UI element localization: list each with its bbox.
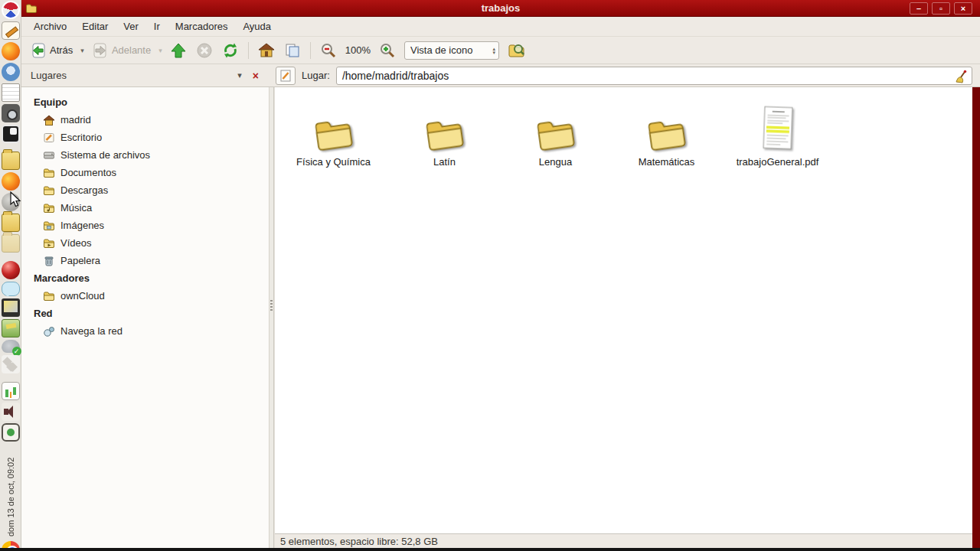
file-item-latin[interactable]: Latín: [389, 104, 500, 168]
location-input[interactable]: /home/madrid/trabajos: [336, 67, 972, 85]
owncloud-sync-icon[interactable]: [2, 340, 20, 353]
menubar: Archivo Editar Ver Ir Marcadores Ayuda: [21, 17, 980, 37]
computer-icon: [284, 42, 301, 59]
computer-button[interactable]: [280, 40, 305, 61]
up-button[interactable]: [166, 40, 191, 61]
sidebar-section-marcadores: Marcadores: [21, 269, 269, 287]
toolbar: Atrás ▾ Adelante ▾: [21, 37, 980, 64]
maximize-button[interactable]: ▫: [932, 2, 950, 15]
forward-button[interactable]: Adelante: [88, 40, 155, 61]
file-manager-icon[interactable]: [2, 214, 20, 232]
globe-icon[interactable]: [2, 193, 20, 211]
menu-ir[interactable]: Ir: [148, 18, 166, 34]
folder-icon: [423, 116, 467, 155]
folder-icon[interactable]: [2, 152, 20, 170]
menu-ver[interactable]: Ver: [117, 18, 145, 34]
sidebar-item-label: Vídeos: [60, 237, 91, 249]
menu-editar[interactable]: Editar: [76, 18, 114, 34]
places-sidebar: Equipo madrid Escritorio: [21, 87, 270, 548]
broom-icon[interactable]: [953, 69, 969, 84]
file-grid: Física y Química Latín: [275, 87, 972, 533]
view-mode-value: Vista de icono: [410, 44, 472, 56]
sidebar-item-documentos[interactable]: Documentos: [21, 164, 269, 181]
find-files-button[interactable]: [504, 40, 530, 61]
folder-icon: [43, 185, 55, 196]
back-history-chevron-icon[interactable]: ▾: [78, 47, 87, 54]
places-header: Lugares ▾ ×: [21, 70, 270, 82]
zoom-level: 100%: [342, 44, 374, 56]
sidebar-item-sistema-de-archivos[interactable]: Sistema de archivos: [21, 146, 269, 164]
file-item-lengua[interactable]: Lengua: [500, 104, 611, 168]
sidebar-item-escritorio[interactable]: Escritorio: [21, 129, 269, 146]
display-icon[interactable]: [2, 298, 20, 317]
desktop-icon: [43, 132, 55, 144]
sidebar-item-label: Sistema de archivos: [60, 149, 150, 161]
distributor-logo-icon[interactable]: [2, 1, 20, 19]
sidebar-item-musica[interactable]: Música: [21, 199, 269, 217]
back-label: Atrás: [50, 44, 73, 56]
find-files-icon: [508, 42, 526, 59]
folder-icon: [645, 116, 689, 155]
file-manager-window: trabajos – ▫ × Archivo Editar Ver Ir Mar…: [21, 0, 980, 548]
file-item-matematicas[interactable]: Matemáticas: [611, 104, 722, 168]
menu-ayuda[interactable]: Ayuda: [237, 18, 277, 34]
close-button[interactable]: ×: [954, 2, 972, 15]
sidebar-item-label: Papelera: [60, 255, 100, 266]
dropbox-icon[interactable]: [2, 355, 20, 373]
titlebar[interactable]: trabajos – ▫ ×: [21, 0, 980, 17]
forward-icon: [92, 42, 109, 59]
sidebar-splitter[interactable]: [270, 87, 274, 548]
file-label: Latín: [433, 156, 456, 168]
refresh-button[interactable]: [218, 40, 243, 61]
location-area: Lugar: /home/madrid/trabajos: [270, 67, 980, 85]
media-app-icon[interactable]: [2, 423, 20, 442]
sidebar-item-imagenes[interactable]: Imágenes: [21, 217, 269, 234]
edit-location-button[interactable]: [276, 67, 296, 85]
filesystem-icon: [43, 149, 55, 161]
stop-button[interactable]: [192, 40, 217, 61]
zoom-out-button[interactable]: [316, 40, 341, 61]
folder-pale-icon[interactable]: [2, 234, 20, 253]
back-button[interactable]: Atrás: [26, 40, 77, 61]
chat-icon[interactable]: [2, 282, 20, 296]
documents-icon[interactable]: [2, 83, 20, 102]
sidebar-item-navega-la-red[interactable]: Navega la red: [21, 322, 269, 340]
sidebar-item-videos[interactable]: Vídeos: [21, 234, 269, 252]
firefox-alt-icon[interactable]: [2, 172, 20, 191]
chromium-icon[interactable]: [2, 63, 20, 81]
sidebar-item-descargas[interactable]: Descargas: [21, 181, 269, 199]
home-button[interactable]: [254, 40, 279, 61]
menu-archivo[interactable]: Archivo: [28, 18, 73, 34]
sidebar-item-madrid[interactable]: madrid: [21, 111, 269, 129]
trash-full-icon[interactable]: [2, 319, 20, 337]
firefox-icon[interactable]: [2, 42, 20, 60]
places-chevron-icon[interactable]: ▾: [231, 70, 248, 80]
terminal-icon[interactable]: [2, 125, 20, 143]
system-monitor-icon[interactable]: [2, 382, 20, 400]
file-item-trabajogeneral-pdf[interactable]: trabajoGeneral.pdf: [722, 104, 833, 168]
file-item-fisica-y-quimica[interactable]: Física y Química: [278, 104, 389, 168]
sidebar-section-equipo: Equipo: [21, 93, 269, 111]
statusbar: 5 elementos, espacio libre: 52,8 GB: [275, 533, 972, 548]
zoom-in-button[interactable]: [375, 40, 400, 61]
app-dock: dom 13 de oct, 09:02: [0, 0, 21, 548]
clock: dom 13 de oct, 09:02: [6, 446, 15, 536]
sidebar-item-owncloud[interactable]: ownCloud: [21, 287, 269, 305]
power-icon[interactable]: [2, 261, 20, 279]
screenshot-icon[interactable]: [2, 104, 20, 122]
text-editor-icon[interactable]: [2, 21, 20, 40]
desktop: dom 13 de oct, 09:02 trabajos – ▫ × Arch…: [0, 0, 980, 551]
sidebar-item-papelera[interactable]: Papelera: [21, 252, 269, 269]
file-label: Lengua: [539, 156, 572, 168]
places-close-icon[interactable]: ×: [248, 70, 263, 82]
file-label: Física y Química: [296, 156, 371, 168]
forward-history-chevron-icon[interactable]: ▾: [156, 47, 165, 54]
volume-icon[interactable]: [2, 403, 20, 421]
splitter-grip: [270, 300, 273, 311]
view-mode-select[interactable]: Vista de icono ▴▾: [404, 41, 499, 60]
location-path: /home/madrid/trabajos: [337, 70, 449, 82]
sidebar-item-label: Navega la red: [60, 325, 122, 337]
minimize-button[interactable]: –: [910, 2, 928, 15]
menu-marcadores[interactable]: Marcadores: [169, 18, 234, 34]
sidebar-item-label: Música: [60, 202, 92, 214]
